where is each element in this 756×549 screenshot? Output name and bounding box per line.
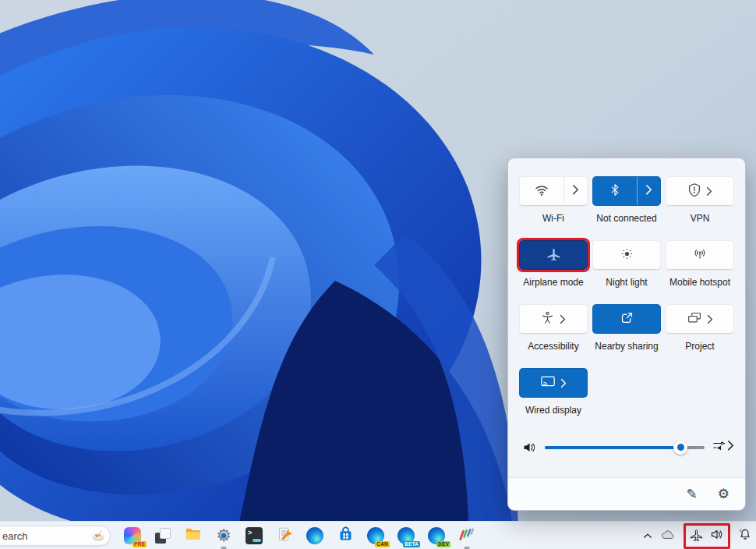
airplane-status-button[interactable] — [690, 528, 703, 544]
tray-annotation-box — [684, 523, 730, 549]
audio-output-picker[interactable] — [712, 439, 734, 455]
taskbar: earch PRE ⚙ > — [0, 521, 756, 549]
taskbar-tweak-tool[interactable] — [275, 526, 294, 545]
volume-slider-fill — [545, 446, 680, 449]
store-bag-icon — [337, 526, 354, 546]
quick-tile-wired-display: Wired display — [519, 368, 588, 416]
project-button[interactable] — [666, 304, 734, 334]
quick-tile-vpn: VPN — [666, 176, 734, 224]
quick-tile-night-light: Night light — [592, 240, 661, 288]
chevron-right-icon — [727, 440, 734, 454]
airplane-status-icon — [690, 528, 703, 544]
quick-tile-project: Project — [666, 304, 734, 352]
volume-row — [508, 439, 745, 455]
wrench-document-icon — [277, 526, 293, 546]
edit-quick-settings-button[interactable]: ✎ — [687, 487, 698, 501]
wired-display-button[interactable] — [519, 368, 588, 398]
food-bowl-icon — [90, 528, 106, 544]
search-box[interactable]: earch — [0, 526, 111, 546]
taskbar-edge-canary[interactable]: CAN — [366, 526, 385, 545]
speaker-icon[interactable] — [522, 441, 537, 454]
chevron-right-icon — [645, 184, 652, 197]
edge-beta-badge: BETA — [403, 541, 420, 548]
quick-tile-wifi: Wi-Fi — [519, 176, 588, 224]
onedrive-tray-button[interactable] — [661, 529, 675, 543]
volume-slider-thumb[interactable] — [673, 441, 687, 455]
night-light-label: Night light — [606, 277, 647, 288]
terminal-prompt-glyph: > — [248, 529, 252, 537]
settings-button[interactable]: ⚙ — [718, 487, 730, 501]
chevron-right-icon — [560, 314, 566, 324]
edge-icon — [306, 527, 323, 544]
folder-icon — [185, 526, 202, 546]
volume-slider[interactable] — [545, 441, 705, 455]
taskbar-dev-home[interactable] — [457, 526, 476, 545]
night-light-toggle-button[interactable] — [592, 240, 661, 270]
chevron-right-icon — [707, 314, 713, 324]
quick-settings-footer: ✎ ⚙ — [508, 477, 745, 510]
vpn-button[interactable] — [666, 176, 734, 206]
search-box-text: earch — [2, 530, 28, 542]
chevron-up-icon — [643, 529, 652, 543]
volume-slider-track[interactable] — [545, 446, 705, 449]
taskbar-file-explorer[interactable] — [184, 526, 203, 545]
quick-tile-accessibility: Accessibility — [519, 304, 588, 352]
chevron-right-icon — [560, 378, 567, 388]
wifi-expand-button[interactable] — [563, 177, 587, 205]
taskbar-settings[interactable]: ⚙ — [214, 526, 233, 545]
vpn-shield-icon — [688, 183, 701, 200]
panel-spacer — [508, 455, 745, 477]
airplane-mode-label: Airplane mode — [523, 277, 583, 288]
vpn-label: VPN — [691, 213, 710, 224]
wifi-tile — [519, 176, 588, 206]
chevron-right-icon — [706, 186, 712, 197]
wired-display-cast-icon — [541, 376, 555, 390]
bluetooth-label: Not connected — [596, 213, 656, 224]
wifi-label: Wi-Fi — [542, 213, 564, 224]
taskbar-copilot[interactable]: PRE — [123, 526, 142, 545]
bluetooth-expand-button[interactable] — [637, 177, 660, 205]
taskbar-microsoft-store[interactable] — [336, 526, 355, 545]
bluetooth-toggle-button[interactable] — [593, 177, 637, 205]
onedrive-cloud-icon — [661, 529, 675, 543]
taskbar-task-view[interactable] — [154, 526, 172, 545]
project-label: Project — [685, 341, 714, 352]
mobile-hotspot-label: Mobile hotspot — [669, 277, 730, 288]
project-screens-icon — [687, 311, 701, 326]
airplane-mode-toggle-button[interactable] — [519, 240, 588, 270]
quick-tile-mobile-hotspot: Mobile hotspot — [666, 240, 734, 288]
mobile-hotspot-toggle-button[interactable] — [666, 240, 734, 270]
pencil-icon: ✎ — [687, 487, 698, 501]
quick-settings-panel: Wi-Fi Not connected — [507, 158, 746, 511]
edge-canary-badge: CAN — [375, 541, 390, 548]
accessibility-label: Accessibility — [528, 341, 578, 352]
wifi-toggle-button[interactable] — [520, 177, 563, 205]
taskbar-edge-dev[interactable]: DEV — [427, 526, 446, 545]
bluetooth-icon — [610, 184, 620, 198]
chevron-right-icon — [572, 184, 579, 197]
taskbar-edge-beta[interactable]: BETA — [397, 526, 415, 545]
notification-bell-icon: z — [739, 528, 751, 544]
accessibility-button[interactable] — [519, 304, 588, 334]
system-tray: z — [643, 522, 751, 549]
nearby-sharing-label: Nearby sharing — [595, 341, 658, 352]
taskbar-edge[interactable] — [306, 526, 324, 545]
notifications-button[interactable]: z — [739, 528, 751, 544]
taskbar-apps: PRE ⚙ > — [123, 522, 476, 549]
show-hidden-icons-button[interactable] — [643, 529, 652, 543]
mobile-hotspot-icon — [693, 247, 707, 262]
nearby-sharing-toggle-button[interactable] — [592, 304, 661, 334]
taskbar-terminal[interactable]: > — [245, 526, 263, 545]
quick-tile-nearby-sharing: Nearby sharing — [592, 304, 661, 352]
color-stripes-icon — [458, 526, 475, 546]
wired-display-label: Wired display — [525, 405, 581, 416]
volume-status-button[interactable] — [710, 529, 724, 544]
gear-icon: ⚙ — [718, 487, 730, 501]
accessibility-icon — [541, 311, 554, 327]
terminal-icon: > — [246, 527, 263, 544]
airplane-icon — [546, 246, 561, 264]
nearby-sharing-icon — [620, 311, 634, 327]
audio-output-icon — [712, 439, 726, 455]
svg-text:z: z — [740, 529, 742, 533]
copilot-pre-badge: PRE — [132, 541, 147, 548]
